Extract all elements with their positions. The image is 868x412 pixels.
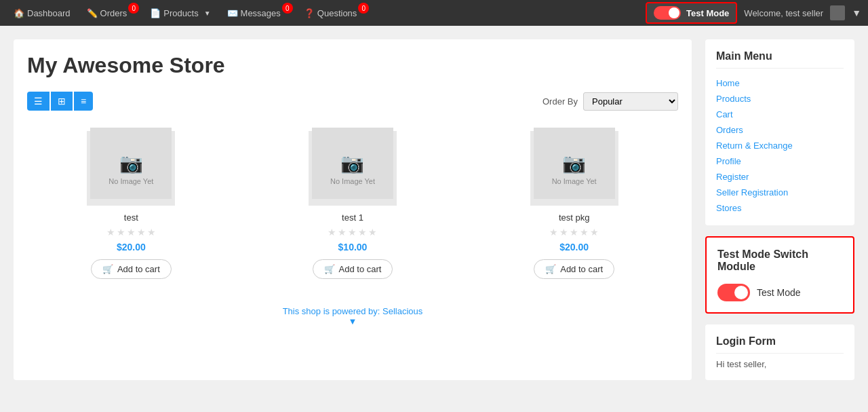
powered-by-text: This shop is powered by: Sellacious bbox=[283, 306, 423, 316]
star-icon: ★ bbox=[117, 227, 125, 238]
main-menu-list: HomeProductsCartOrdersReturn & ExchangeP… bbox=[716, 77, 844, 214]
main-menu-title: Main Menu bbox=[716, 50, 844, 69]
cart-icon: 🛒 bbox=[324, 264, 335, 274]
test-mode-nav-switch[interactable] bbox=[654, 6, 681, 20]
add-to-cart-button[interactable]: 🛒 Add to cart bbox=[534, 259, 614, 279]
test-mode-sidebar-label: Test Mode bbox=[757, 287, 801, 298]
product-image: 📷 No Image Yet bbox=[309, 131, 397, 206]
orders-badge: 0 bbox=[128, 3, 139, 14]
star-icon: ★ bbox=[127, 227, 136, 238]
main-menu-card: Main Menu HomeProductsCartOrdersReturn &… bbox=[705, 39, 854, 225]
camera-icon: 📷 bbox=[562, 152, 586, 174]
sidebar-menu-link[interactable]: Register bbox=[716, 170, 844, 183]
star-icon: ★ bbox=[549, 227, 558, 238]
product-image: 📷 No Image Yet bbox=[530, 131, 618, 206]
product-card: 📷 No Image Yet test pkg ★★★★★ $20.00 🛒 A… bbox=[470, 124, 678, 286]
login-form-title: Login Form bbox=[716, 335, 844, 354]
add-to-cart-button[interactable]: 🛒 Add to cart bbox=[91, 259, 172, 279]
star-icon: ★ bbox=[328, 227, 336, 238]
cart-icon: 🛒 bbox=[102, 264, 113, 274]
add-to-cart-button[interactable]: 🛒 Add to cart bbox=[313, 259, 393, 279]
sidebar-menu-item[interactable]: Seller Registration bbox=[716, 186, 844, 199]
sidebar-menu-item[interactable]: Orders bbox=[716, 124, 844, 136]
sidebar-menu-link[interactable]: Stores bbox=[716, 202, 844, 214]
add-to-cart-label: Add to cart bbox=[560, 264, 603, 274]
view-btn-list1[interactable]: ☰ bbox=[27, 92, 50, 111]
products-icon: 📄 bbox=[150, 8, 161, 18]
camera-icon: 📷 bbox=[119, 152, 143, 174]
user-dropdown-icon[interactable]: ▼ bbox=[852, 7, 861, 18]
sidebar-menu-link[interactable]: Profile bbox=[716, 155, 844, 168]
sidebar-menu-link[interactable]: Return & Exchange bbox=[716, 139, 844, 152]
add-to-cart-label: Add to cart bbox=[117, 264, 160, 274]
test-mode-switch-row: Test Mode bbox=[717, 284, 842, 301]
questions-icon: ❓ bbox=[304, 8, 315, 18]
star-rating: ★★★★★ bbox=[106, 227, 156, 238]
test-mode-nav-toggle[interactable]: Test Mode bbox=[646, 2, 737, 24]
product-image: 📷 No Image Yet bbox=[87, 131, 175, 206]
sidebar-menu-link[interactable]: Seller Registration bbox=[716, 186, 844, 199]
product-price: $20.00 bbox=[117, 242, 146, 252]
star-icon: ★ bbox=[559, 227, 568, 238]
sidebar-menu-item[interactable]: Home bbox=[716, 77, 844, 90]
star-icon: ★ bbox=[580, 227, 589, 238]
content-area: My Awesome Store ☰ ⊞ ≡ Order By Popular … bbox=[14, 39, 692, 380]
questions-label: Questions bbox=[317, 8, 357, 18]
sidebar-menu-item[interactable]: Cart bbox=[716, 108, 844, 121]
order-by-label: Order By bbox=[542, 96, 578, 107]
view-buttons: ☰ ⊞ ≡ bbox=[27, 92, 93, 111]
product-price: $20.00 bbox=[559, 242, 589, 252]
order-by-select[interactable]: Popular Newest Price Low to High Price H… bbox=[583, 92, 678, 111]
sidebar-menu-item[interactable]: Return & Exchange bbox=[716, 139, 844, 152]
sidebar-menu-link[interactable]: Home bbox=[716, 77, 844, 90]
powered-by: This shop is powered by: Sellacious ▼ bbox=[27, 299, 678, 333]
nav-item-dashboard[interactable]: 🏠 Dashboard bbox=[7, 0, 77, 26]
login-form-card: Login Form Hi test seller, bbox=[705, 324, 854, 380]
dashboard-icon: 🏠 bbox=[14, 8, 24, 18]
product-name: test pkg bbox=[559, 212, 590, 223]
sidebar-menu-item[interactable]: Profile bbox=[716, 155, 844, 168]
no-image-text: No Image Yet bbox=[108, 177, 153, 185]
sidebar-menu-link[interactable]: Orders bbox=[716, 124, 844, 136]
no-image-text: No Image Yet bbox=[330, 177, 375, 185]
view-btn-grid[interactable]: ⊞ bbox=[51, 92, 73, 111]
star-icon: ★ bbox=[147, 227, 156, 238]
test-mode-sidebar-toggle[interactable] bbox=[717, 284, 750, 301]
star-icon: ★ bbox=[137, 227, 146, 238]
star-icon: ★ bbox=[368, 227, 377, 238]
no-image-text: No Image Yet bbox=[552, 177, 597, 185]
view-btn-list2[interactable]: ≡ bbox=[74, 92, 93, 111]
orders-icon: ✏️ bbox=[87, 8, 98, 18]
messages-label: Messages bbox=[241, 8, 281, 18]
orders-label: Orders bbox=[100, 8, 127, 18]
nav-item-questions[interactable]: ❓ Questions 0 bbox=[297, 0, 371, 26]
sidebar-menu-link[interactable]: Products bbox=[716, 92, 844, 105]
product-price: $10.00 bbox=[338, 242, 368, 252]
sidebar-menu-item[interactable]: Products bbox=[716, 92, 844, 105]
sidebar-menu-item[interactable]: Stores bbox=[716, 202, 844, 214]
order-by-container: Order By Popular Newest Price Low to Hig… bbox=[542, 92, 678, 111]
powered-by-arrow: ▼ bbox=[349, 316, 357, 326]
sidebar-menu-item[interactable]: Register bbox=[716, 170, 844, 183]
store-title: My Awesome Store bbox=[27, 53, 678, 78]
user-avatar-icon[interactable] bbox=[830, 5, 845, 20]
test-mode-nav-label: Test Mode bbox=[686, 8, 729, 18]
star-icon: ★ bbox=[358, 227, 367, 238]
dashboard-label: Dashboard bbox=[27, 8, 71, 18]
camera-icon: 📷 bbox=[340, 152, 364, 174]
star-icon: ★ bbox=[590, 227, 599, 238]
product-name: test bbox=[124, 212, 138, 223]
nav-item-orders[interactable]: ✏️ Orders 0 bbox=[80, 0, 141, 26]
login-greeting: Hi test seller, bbox=[716, 359, 844, 369]
product-card: 📷 No Image Yet test 1 ★★★★★ $10.00 🛒 Add… bbox=[249, 124, 457, 286]
nav-item-messages[interactable]: ✉️ Messages 0 bbox=[220, 0, 294, 26]
products-label: Products bbox=[163, 8, 198, 18]
main-container: My Awesome Store ☰ ⊞ ≡ Order By Popular … bbox=[0, 26, 868, 394]
sidebar: Main Menu HomeProductsCartOrdersReturn &… bbox=[705, 39, 854, 380]
star-rating: ★★★★★ bbox=[328, 227, 377, 238]
welcome-text: Welcome, test seller bbox=[744, 8, 823, 18]
nav-item-products[interactable]: 📄 Products ▼ bbox=[143, 0, 217, 26]
star-icon: ★ bbox=[338, 227, 347, 238]
star-icon: ★ bbox=[106, 227, 115, 238]
sidebar-menu-link[interactable]: Cart bbox=[716, 108, 844, 121]
